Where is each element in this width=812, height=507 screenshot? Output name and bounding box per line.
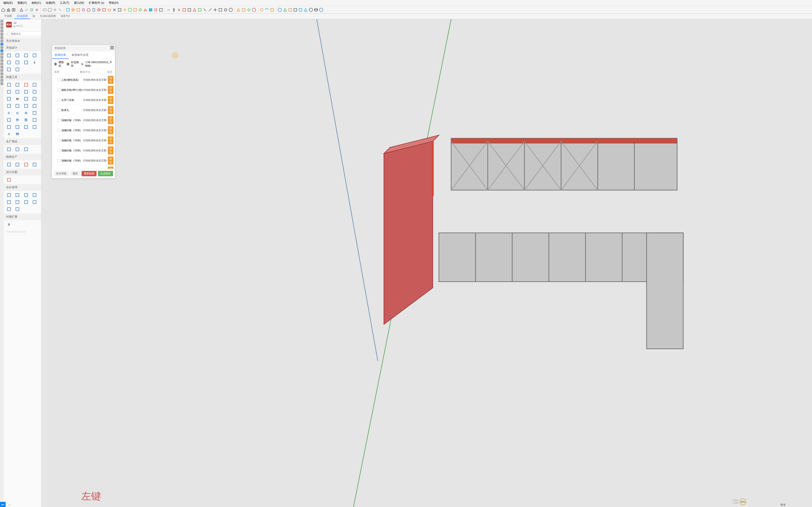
section-drawing[interactable]: 设计出图 — [4, 169, 41, 176]
toolbar-icon-35[interactable] — [171, 7, 176, 12]
sidebar-tool-icon[interactable] — [14, 192, 20, 198]
sidebar-tool-icon[interactable] — [32, 117, 37, 123]
toolbar-icon-5[interactable] — [24, 7, 29, 12]
sidebar-tool-icon[interactable] — [32, 96, 37, 102]
toolbar-icon-37[interactable] — [182, 7, 187, 12]
toolbar-icon-26[interactable] — [128, 7, 132, 12]
detect-result-row[interactable]: 顶侧封板（7030） 仔细检测柜体是否重叠 核实 — [52, 115, 115, 125]
toolbar-icon-42[interactable] — [208, 7, 212, 12]
home-icon[interactable]: ⌂ — [6, 32, 8, 36]
sidebar-tool-icon[interactable] — [14, 60, 20, 65]
sidebar-tool-icon[interactable] — [23, 103, 29, 109]
radio-slot-preview[interactable] — [54, 63, 57, 65]
sidebar-tool-icon[interactable] — [23, 162, 29, 167]
toolbar-icon-48[interactable] — [236, 7, 241, 12]
section-production[interactable]: 生产系统 — [4, 138, 41, 145]
strip-icon[interactable] — [0, 59, 3, 62]
sidebar-tool-icon[interactable] — [6, 67, 12, 72]
sidebar-tool-icon[interactable]: ① — [23, 110, 29, 116]
panel-close-button[interactable] — [110, 46, 114, 50]
sidebar-tool-icon[interactable] — [6, 177, 12, 183]
toolbar-icon-55[interactable] — [270, 7, 274, 12]
toolbar-icon-6[interactable] — [30, 7, 34, 12]
toolbar-icon-34[interactable] — [166, 7, 171, 12]
toolbar-icon-9[interactable] — [42, 7, 47, 12]
toolbar-icon-1[interactable] — [6, 7, 11, 12]
toolbar-icon-10[interactable] — [47, 7, 52, 12]
sidebar-tool-icon[interactable]: M — [14, 96, 20, 102]
strip-icon[interactable] — [0, 56, 3, 59]
section-report[interactable]: 报表生产 — [4, 154, 41, 160]
sidebar-tool-icon[interactable] — [32, 110, 37, 116]
toolbar-icon-20[interactable] — [97, 7, 101, 12]
item-status-badge[interactable]: 核实 — [108, 147, 113, 155]
strip-icon[interactable] — [0, 75, 3, 78]
strip-icon[interactable] — [0, 20, 3, 22]
item-status-badge[interactable]: 核实 — [108, 106, 113, 114]
sidebar-tool-icon[interactable]: S — [6, 222, 12, 227]
sidebar-tool-icon[interactable] — [6, 117, 12, 123]
menu-edit[interactable]: 编辑(E) — [2, 0, 14, 5]
3d-viewport[interactable]: 左键 ↑ 2 K/s ↓ 5 K/s 49% 数值 — [41, 19, 812, 507]
toolbar-icon-43[interactable] — [213, 7, 217, 12]
menu-extensions[interactable]: 扩展程序 (x) — [87, 0, 105, 5]
split-board-button[interactable]: 拆分厚板 — [54, 171, 69, 176]
command-search-input[interactable] — [9, 32, 41, 36]
sidebar-tool-icon[interactable]: U — [14, 110, 20, 116]
menu-help[interactable]: 帮助(H) — [107, 0, 120, 5]
toolbar-icon-58[interactable] — [283, 7, 287, 12]
toolbar-icon-31[interactable] — [153, 7, 158, 12]
strip-icon[interactable] — [0, 62, 3, 65]
toolbar-icon-50[interactable] — [247, 7, 251, 12]
toolbar-icon-4[interactable] — [19, 7, 24, 12]
tab-scene5[interactable]: 场景号5 — [58, 14, 72, 19]
section-uncategorized[interactable]: 无分类命令 — [4, 38, 41, 44]
toolbar-icon-18[interactable] — [86, 7, 91, 12]
strip-icon[interactable] — [0, 69, 3, 72]
toolbar-icon-36[interactable] — [177, 7, 182, 12]
menu-window[interactable]: 窗口(W) — [72, 0, 86, 5]
section-backend[interactable]: 后台管理 — [4, 184, 41, 191]
toolbar-icon-61[interactable] — [298, 7, 303, 12]
sidebar-tool-icon[interactable] — [6, 96, 12, 102]
sidebar-tool-icon[interactable] — [14, 103, 20, 109]
sidebar-tool-icon[interactable] — [6, 82, 12, 88]
toolbar-icon-45[interactable] — [223, 7, 228, 12]
section-start-design[interactable]: 开始设计 — [4, 44, 41, 51]
strip-icon[interactable] — [0, 40, 3, 42]
detect-result-row[interactable]: 右开门吊柜 仔细检测柜体是否重叠 核实 — [52, 95, 115, 105]
toolbar-icon-54[interactable] — [264, 7, 269, 12]
sidebar-tool-icon[interactable] — [14, 82, 20, 88]
sidebar-tool-icon[interactable] — [23, 89, 29, 95]
toolbar-icon-21[interactable] — [102, 7, 106, 12]
strip-icon[interactable] — [0, 49, 3, 52]
sidebar-tool-icon[interactable] — [6, 60, 12, 65]
item-status-badge[interactable]: 核实 — [108, 86, 113, 94]
sidebar-tool-icon[interactable] — [6, 199, 12, 205]
toolbar-icon-51[interactable] — [252, 7, 256, 12]
sidebar-tool-icon[interactable]: 活 — [23, 117, 29, 123]
toolbar-icon-7[interactable] — [35, 7, 39, 12]
sidebar-tool-icon[interactable] — [32, 82, 37, 88]
preview-button[interactable]: 预览 — [70, 171, 80, 176]
strip-icon[interactable] — [0, 36, 3, 39]
detect-result-row[interactable]: 顶侧封板（7030） 仔细检测柜体是否重叠 核实 — [52, 146, 115, 156]
menu-draw[interactable]: 绘图(R) — [44, 0, 57, 5]
toolbar-icon-2[interactable] — [11, 7, 16, 12]
strip-icon[interactable] — [0, 30, 3, 33]
strip-icon[interactable] — [0, 82, 3, 85]
detect-result-row[interactable]: 顶侧封板（7030） 仔细检测柜体是否重叠 核实 — [52, 135, 115, 146]
sidebar-tool-icon[interactable] — [32, 162, 37, 167]
toolbar-icon-19[interactable] — [91, 7, 96, 12]
toolbar-icon-28[interactable] — [138, 7, 143, 12]
sidebar-tool-icon[interactable] — [23, 147, 29, 152]
toolbar-icon-15[interactable] — [71, 7, 75, 12]
toolbar-icon-62[interactable] — [303, 7, 308, 12]
sidebar-tool-icon[interactable] — [6, 162, 12, 167]
toolbar-icon-30[interactable] — [148, 7, 153, 12]
redetect-button[interactable]: 重新检测 — [82, 171, 97, 176]
sidebar-tool-icon[interactable] — [6, 89, 12, 95]
menu-tools[interactable]: 工具(T) — [58, 0, 70, 5]
toolbar-icon-38[interactable] — [187, 7, 192, 12]
wintab-close-icon[interactable]: × — [9, 504, 10, 506]
